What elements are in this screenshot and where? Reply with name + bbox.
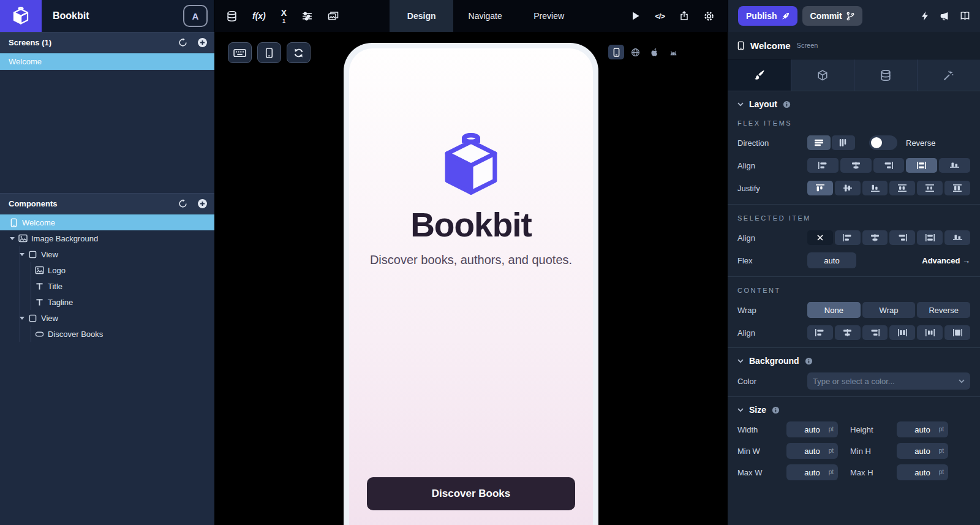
- chevron-down-icon[interactable]: [959, 379, 965, 383]
- wrap-none-button[interactable]: None: [807, 302, 861, 318]
- caret-down-icon[interactable]: [7, 230, 17, 246]
- tree-item-tagline[interactable]: Tagline: [0, 294, 214, 310]
- screen-phone-icon: [737, 41, 744, 50]
- align-center-icon[interactable]: [835, 325, 861, 340]
- app-tagline-text[interactable]: Discover books, authors, and quotes.: [370, 253, 572, 267]
- device-ios-icon[interactable]: [646, 45, 662, 59]
- align-between-icon[interactable]: [889, 325, 915, 340]
- align-end-icon[interactable]: [889, 230, 915, 245]
- caret-down-icon[interactable]: [17, 246, 26, 262]
- justify-around-icon[interactable]: [917, 181, 943, 195]
- tree-item-image-background[interactable]: Image Background: [0, 230, 214, 246]
- play-icon[interactable]: [631, 11, 640, 21]
- avatar-button[interactable]: A: [183, 5, 208, 27]
- lightning-icon[interactable]: [921, 11, 929, 21]
- align-start-icon[interactable]: [807, 158, 839, 173]
- tree-item-view-2[interactable]: View: [0, 310, 214, 326]
- wrap-reverse-button[interactable]: Reverse: [917, 302, 970, 318]
- reverse-toggle[interactable]: [869, 135, 897, 150]
- wrap-wrap-button[interactable]: Wrap: [862, 302, 916, 318]
- share-icon[interactable]: [679, 11, 689, 21]
- advanced-link[interactable]: Advanced →: [922, 256, 970, 265]
- align-center-icon[interactable]: [862, 230, 888, 245]
- publish-button[interactable]: Publish: [738, 6, 797, 26]
- direction-row-icon[interactable]: [807, 135, 831, 150]
- screen-item-welcome[interactable]: Welcome: [0, 53, 214, 70]
- functions-icon[interactable]: f(x): [252, 11, 266, 21]
- data-sources-icon[interactable]: [227, 11, 237, 21]
- align-stretch-icon[interactable]: [906, 158, 937, 173]
- min-width-input[interactable]: autopt: [786, 443, 838, 459]
- components-history-icon[interactable]: [175, 197, 190, 211]
- tree-item-discover-books[interactable]: Discover Books: [0, 326, 214, 342]
- width-input[interactable]: autopt: [786, 421, 838, 437]
- screens-history-icon[interactable]: [175, 36, 190, 50]
- align-center-icon[interactable]: [840, 158, 872, 173]
- settings-gear-icon[interactable]: [704, 11, 714, 21]
- max-height-input[interactable]: autopt: [897, 464, 948, 480]
- topbar-tools: f(x) X1: [214, 0, 339, 32]
- app-title-text[interactable]: Bookbit: [410, 205, 532, 244]
- align-end-icon[interactable]: [862, 325, 888, 340]
- align-clear-icon[interactable]: [807, 230, 833, 245]
- direction-column-icon[interactable]: [832, 135, 855, 150]
- wrap-row: Wrap None Wrap Reverse: [737, 302, 970, 318]
- justify-stretch-icon[interactable]: [944, 181, 970, 195]
- keyboard-icon[interactable]: [228, 42, 252, 63]
- device-frame-icon[interactable]: [257, 42, 281, 63]
- align-around-icon[interactable]: [917, 325, 943, 340]
- flex-items-label: FLEX ITEMS: [737, 119, 970, 127]
- max-width-input[interactable]: autopt: [786, 464, 838, 480]
- design-canvas[interactable]: Bookbit Discover books, authors, and quo…: [214, 32, 728, 525]
- tree-item-view-1[interactable]: View: [0, 246, 214, 262]
- tab-config-cube-icon[interactable]: [791, 59, 854, 91]
- align-baseline-icon[interactable]: [944, 230, 970, 245]
- caret-down-icon[interactable]: [17, 310, 26, 326]
- assets-icon[interactable]: [328, 11, 339, 21]
- height-input[interactable]: autopt: [897, 421, 948, 437]
- justify-between-icon[interactable]: [889, 181, 915, 195]
- code-export-icon[interactable]: </>: [655, 12, 665, 21]
- min-height-input[interactable]: autopt: [897, 443, 948, 459]
- tab-navigate[interactable]: Navigate: [453, 0, 517, 32]
- theme-icon[interactable]: [302, 12, 312, 21]
- layout-section-header[interactable]: Layout: [728, 91, 980, 116]
- screens-add-icon[interactable]: [195, 36, 209, 50]
- align-start-icon[interactable]: [835, 230, 861, 245]
- tab-preview[interactable]: Preview: [517, 0, 581, 32]
- docs-book-icon[interactable]: [960, 11, 970, 21]
- align-baseline-icon[interactable]: [939, 158, 970, 173]
- justify-center-icon[interactable]: [835, 181, 861, 195]
- align-end-icon[interactable]: [873, 158, 905, 173]
- tree-item-welcome[interactable]: Welcome: [0, 214, 214, 230]
- refresh-icon[interactable]: [287, 42, 311, 63]
- align-stretch-icon[interactable]: [944, 325, 970, 340]
- bookbit-cube-logo[interactable]: [439, 133, 503, 199]
- background-color-row: Color: [737, 372, 970, 390]
- commit-button[interactable]: Commit: [802, 6, 862, 26]
- tab-styles-brush-icon[interactable]: [728, 59, 791, 91]
- app-logo[interactable]: [0, 0, 42, 32]
- background-section-header[interactable]: Background: [728, 347, 980, 372]
- align-start-icon[interactable]: [807, 325, 833, 340]
- components-add-icon[interactable]: [195, 197, 209, 211]
- phone-screen[interactable]: Bookbit Discover books, authors, and quo…: [349, 48, 593, 525]
- text-icon: [35, 298, 44, 307]
- color-input[interactable]: [813, 377, 959, 386]
- flex-value-input[interactable]: auto: [807, 252, 856, 268]
- variables-icon[interactable]: X1: [281, 8, 287, 24]
- discover-books-button[interactable]: Discover Books: [367, 477, 575, 510]
- align-stretch-icon[interactable]: [917, 230, 943, 245]
- tab-interactions-wand-icon[interactable]: [917, 59, 980, 91]
- tree-item-title[interactable]: Title: [0, 278, 214, 294]
- tree-item-logo[interactable]: Logo: [0, 262, 214, 278]
- justify-end-icon[interactable]: [862, 181, 888, 195]
- device-android-icon[interactable]: [665, 45, 681, 59]
- device-phone-icon[interactable]: [608, 45, 624, 59]
- tab-data-icon[interactable]: [854, 59, 917, 91]
- justify-start-icon[interactable]: [807, 181, 833, 195]
- tab-design[interactable]: Design: [390, 0, 453, 32]
- device-web-icon[interactable]: [627, 45, 643, 59]
- size-section-header[interactable]: Size: [728, 396, 980, 421]
- megaphone-icon[interactable]: [940, 11, 949, 21]
